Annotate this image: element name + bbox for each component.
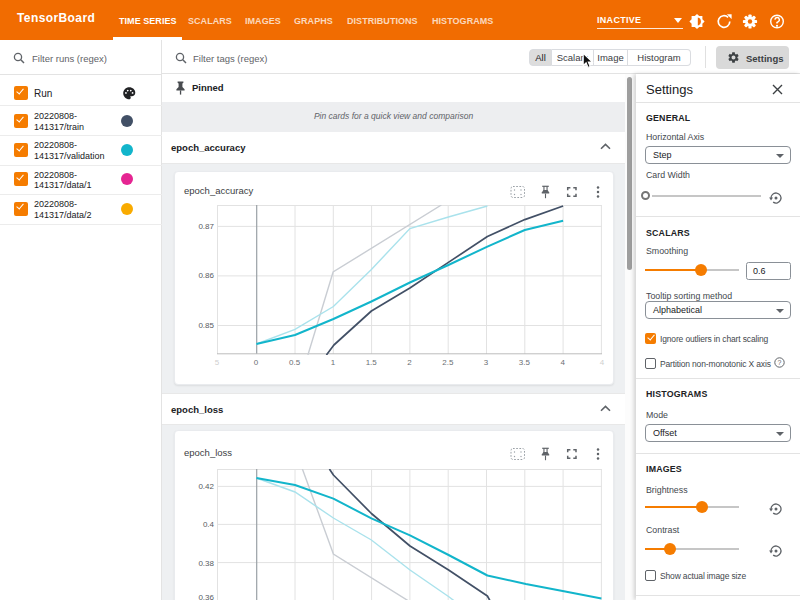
svg-text:?: ? [778,359,782,366]
